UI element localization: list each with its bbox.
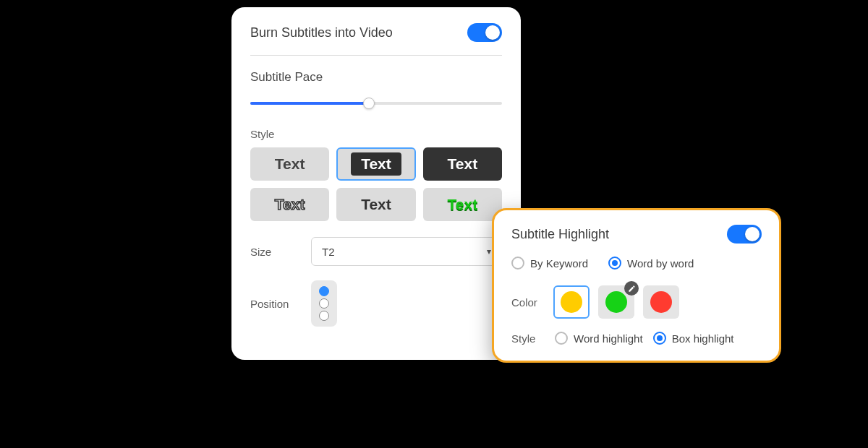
style-box-highlight[interactable]: Box highlight bbox=[653, 332, 734, 345]
style-option-1[interactable]: Text bbox=[250, 147, 329, 181]
highlight-title: Subtitle Highlight bbox=[511, 227, 609, 242]
style-label: Style bbox=[250, 128, 502, 140]
color-swatch-green[interactable] bbox=[598, 285, 634, 319]
size-row: Size T2 ▾ bbox=[250, 237, 502, 266]
style-option-2[interactable]: Text bbox=[336, 147, 415, 181]
radio-icon bbox=[555, 332, 568, 345]
toggle-knob bbox=[745, 227, 760, 241]
mode-word-by-word[interactable]: Word by word bbox=[608, 257, 694, 270]
divider bbox=[250, 55, 502, 56]
style-option-4[interactable]: Text bbox=[250, 188, 329, 221]
style-word-highlight[interactable]: Word highlight bbox=[555, 332, 643, 345]
highlight-header: Subtitle Highlight bbox=[511, 225, 762, 244]
style-option-3[interactable]: Text bbox=[423, 147, 502, 181]
style-option-5[interactable]: Text bbox=[336, 188, 415, 221]
position-row: Position bbox=[250, 280, 502, 327]
highlight-color-row: Color bbox=[511, 285, 762, 319]
radio-checked-icon bbox=[653, 332, 666, 345]
style-word-highlight-label: Word highlight bbox=[574, 332, 643, 345]
subtitle-settings-panel: Burn Subtitles into Video Subtitle Pace … bbox=[231, 7, 521, 360]
size-label: Size bbox=[250, 246, 301, 258]
color-swatch-red[interactable] bbox=[643, 285, 679, 319]
highlight-style-label: Style bbox=[511, 332, 545, 345]
position-middle[interactable] bbox=[319, 298, 329, 309]
burn-subtitles-toggle[interactable] bbox=[467, 23, 502, 42]
position-bottom[interactable] bbox=[319, 311, 329, 321]
chevron-down-icon: ▾ bbox=[487, 246, 491, 257]
mode-by-keyword[interactable]: By Keyword bbox=[511, 257, 588, 270]
subtitle-pace-slider[interactable] bbox=[250, 98, 502, 109]
burn-subtitles-label: Burn Subtitles into Video bbox=[250, 25, 393, 40]
color-swatch-yellow[interactable] bbox=[553, 285, 590, 319]
color-dot bbox=[561, 291, 582, 313]
mode-word-by-word-label: Word by word bbox=[627, 257, 694, 270]
subtitle-pace-label: Subtitle Pace bbox=[250, 70, 502, 85]
subtitle-highlight-panel: Subtitle Highlight By Keyword Word by wo… bbox=[492, 208, 781, 363]
radio-checked-icon bbox=[608, 257, 621, 270]
color-label: Color bbox=[511, 296, 545, 309]
toggle-knob bbox=[485, 25, 500, 40]
radio-icon bbox=[511, 257, 524, 270]
color-dot bbox=[605, 291, 627, 313]
style-option-2-inner: Text bbox=[351, 152, 401, 176]
slider-fill bbox=[250, 102, 369, 105]
style-grid: Text Text Text Text Text Text bbox=[250, 147, 502, 221]
color-dot bbox=[650, 291, 672, 313]
highlight-mode-row: By Keyword Word by word bbox=[511, 257, 762, 270]
style-option-6[interactable]: Text bbox=[423, 188, 502, 221]
highlight-style-row: Style Word highlight Box highlight bbox=[511, 332, 762, 345]
size-value: T2 bbox=[322, 246, 335, 258]
position-top[interactable] bbox=[319, 286, 329, 296]
mode-by-keyword-label: By Keyword bbox=[530, 257, 588, 270]
edit-icon[interactable] bbox=[624, 281, 639, 296]
position-selector bbox=[311, 280, 337, 327]
highlight-toggle[interactable] bbox=[727, 225, 762, 244]
size-select[interactable]: T2 ▾ bbox=[311, 237, 502, 266]
style-box-highlight-label: Box highlight bbox=[672, 332, 734, 345]
burn-subtitles-row: Burn Subtitles into Video bbox=[250, 23, 502, 42]
position-label: Position bbox=[250, 298, 301, 310]
slider-thumb[interactable] bbox=[363, 98, 375, 109]
